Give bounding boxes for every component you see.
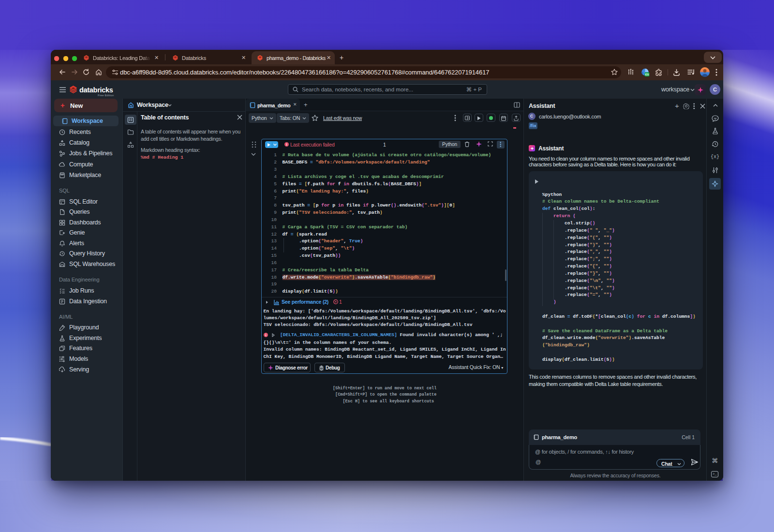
svg-text:ES: ES	[645, 73, 649, 76]
